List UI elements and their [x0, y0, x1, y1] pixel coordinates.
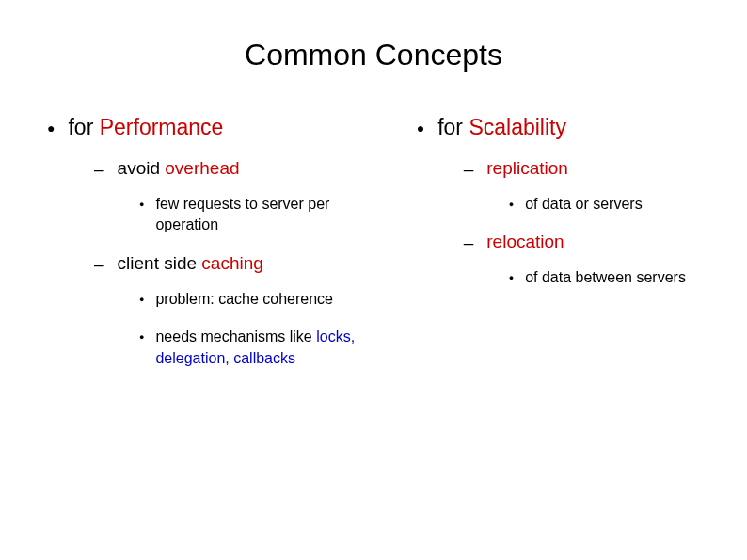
right-heading-pre: for [437, 115, 469, 139]
dash-icon: – [94, 158, 104, 181]
right-item-2-em: relocation [486, 232, 564, 251]
right-item-2-sub-1: ● of data between servers [407, 267, 709, 288]
bullet-icon: ● [417, 115, 424, 141]
left-heading: ● for Performance [38, 115, 407, 141]
content-columns: ● for Performance – avoid overhead ● few… [38, 115, 709, 386]
left-heading-em: Performance [100, 115, 224, 139]
right-item-1: – replication [407, 158, 709, 181]
right-item-1-em: replication [486, 158, 568, 178]
left-item-1: – avoid overhead [38, 158, 407, 181]
left-item-1-em: overhead [165, 158, 239, 178]
left-item-1-pre: avoid [118, 158, 166, 178]
right-item-2-sub-1-text: of data between servers [525, 267, 700, 288]
dash-icon: – [94, 253, 104, 276]
left-item-2-sub-2-pre: needs mechanisms like [155, 328, 316, 344]
right-item-2: – relocation [407, 232, 709, 254]
right-column: ● for Scalability – replication ● of dat… [407, 115, 709, 386]
left-item-2-sub-2: ● needs mechanisms like locks, delegatio… [38, 327, 407, 369]
left-heading-pre: for [68, 115, 99, 139]
bullet-icon: ● [139, 327, 144, 347]
left-item-1-sub-1-text: few requests to server per operation [155, 194, 378, 236]
bullet-icon: ● [509, 194, 514, 215]
left-item-1-sub-1: ● few requests to server per operation [38, 194, 407, 236]
bullet-icon: ● [47, 115, 55, 141]
right-heading: ● for Scalability [407, 115, 709, 141]
slide-title: Common Concepts [38, 38, 709, 72]
bullet-icon: ● [139, 289, 144, 310]
left-item-2: – client side caching [38, 253, 407, 276]
bullet-icon: ● [139, 194, 144, 215]
dash-icon: – [464, 158, 474, 181]
left-item-2-pre: client side [118, 253, 202, 273]
left-item-2-em: caching [201, 253, 263, 273]
dash-icon: – [464, 232, 474, 254]
left-item-2-sub-1: ● problem: cache coherence [38, 289, 407, 310]
right-heading-em: Scalability [469, 115, 566, 139]
right-item-1-sub-1: ● of data or servers [407, 194, 709, 215]
left-column: ● for Performance – avoid overhead ● few… [38, 115, 407, 386]
left-item-2-sub-1-text: problem: cache coherence [155, 289, 378, 310]
bullet-icon: ● [509, 267, 514, 288]
right-item-1-sub-1-text: of data or servers [525, 194, 700, 215]
